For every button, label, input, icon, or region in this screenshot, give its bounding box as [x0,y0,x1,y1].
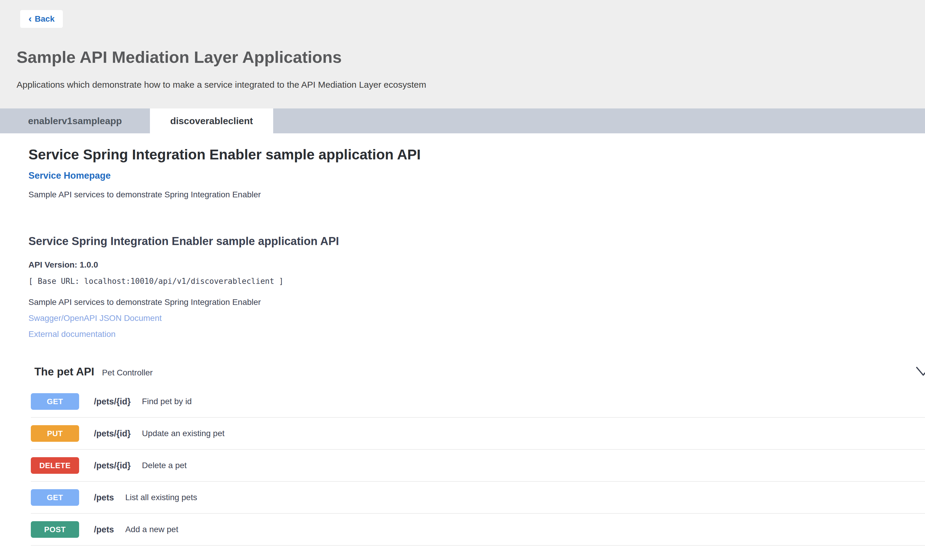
operation-row[interactable]: PUT /pets/{id} Update an existing pet [31,418,925,450]
page: ‹ Back Sample API Mediation Layer Applic… [0,0,925,560]
chevron-down-icon[interactable] [914,361,925,381]
method-badge: GET [31,393,79,410]
operation-row[interactable]: POST /pets Add a new pet [31,514,925,546]
page-subtitle: Applications which demonstrate how to ma… [17,80,925,90]
api-version: API Version: 1.0.0 [29,260,925,269]
operation-path: /pets/{id} [94,397,131,406]
operation-path: /pets [94,493,114,503]
operation-summary: List all existing pets [125,493,197,502]
operation-summary: Delete a pet [142,461,187,470]
service-tabbar: enablerv1sampleapp discoverableclient [0,108,925,133]
service-homepage-link[interactable]: Service Homepage [29,170,110,181]
pet-api-title: The pet API [35,366,94,378]
back-label: Back [35,14,54,24]
hero-header: ‹ Back Sample API Mediation Layer Applic… [0,0,925,108]
external-doc-link[interactable]: External documentation [29,330,116,339]
method-badge: POST [31,521,79,538]
api-description: Sample API services to demonstrate Sprin… [29,298,925,307]
operation-path: /pets/{id} [94,461,131,471]
service-description: Sample API services to demonstrate Sprin… [29,190,925,199]
service-detail-content: Service Spring Integration Enabler sampl… [0,146,925,546]
pet-api-section-header[interactable]: The pet API Pet Controller [35,366,925,378]
page-title: Sample API Mediation Layer Applications [17,47,925,67]
api-doc-title: Service Spring Integration Enabler sampl… [29,235,925,248]
api-base-url: [ Base URL: localhost:10010/api/v1/disco… [29,277,925,286]
back-button[interactable]: ‹ Back [20,10,63,28]
method-badge: DELETE [31,457,79,474]
method-badge: PUT [31,425,79,442]
tab-enablerv1sampleapp[interactable]: enablerv1sampleapp [0,108,150,133]
operation-summary: Find pet by id [142,397,192,406]
operation-path: /pets/{id} [94,429,131,438]
tab-discoverableclient[interactable]: discoverableclient [150,108,273,133]
operation-row[interactable]: GET /pets/{id} Find pet by id [31,386,925,418]
operations-list: GET /pets/{id} Find pet by id PUT /pets/… [31,386,925,546]
operation-row[interactable]: GET /pets List all existing pets [31,482,925,514]
swagger-json-link[interactable]: Swagger/OpenAPI JSON Document [29,313,162,323]
operation-summary: Add a new pet [125,525,178,534]
pet-api-subtitle: Pet Controller [102,368,152,378]
operation-path: /pets [94,525,114,534]
operation-summary: Update an existing pet [142,429,224,438]
back-chevron-icon: ‹ [29,14,32,23]
operation-row[interactable]: DELETE /pets/{id} Delete a pet [31,450,925,482]
service-title: Service Spring Integration Enabler sampl… [29,146,925,163]
method-badge: GET [31,489,79,506]
